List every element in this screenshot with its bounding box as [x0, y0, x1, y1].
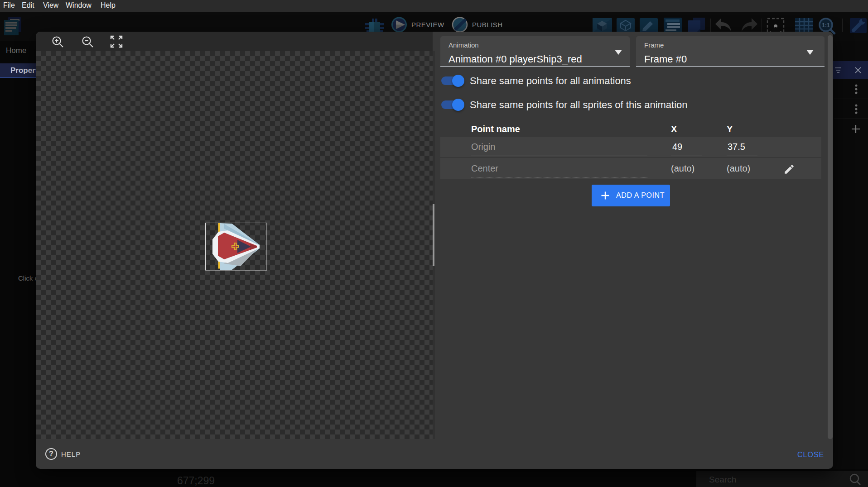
svg-text:1:1: 1:1 [822, 22, 830, 29]
